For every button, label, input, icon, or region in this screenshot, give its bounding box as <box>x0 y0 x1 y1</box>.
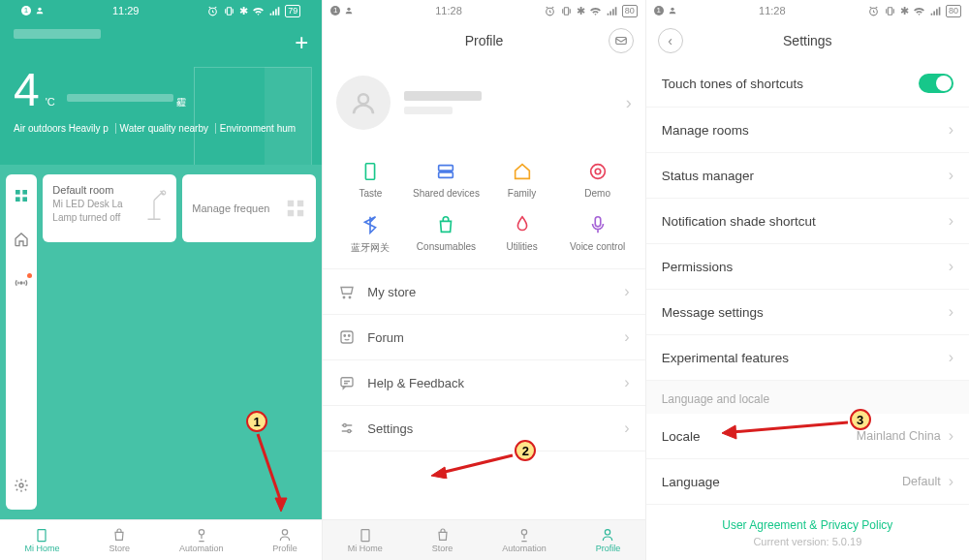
signal-rail-icon[interactable] <box>14 275 29 294</box>
svg-rect-13 <box>38 530 46 542</box>
weather-water: Water quality nearby <box>115 123 212 134</box>
person-icon <box>344 6 354 16</box>
svg-point-33 <box>344 424 347 427</box>
shortcut-taste[interactable]: Taste <box>332 161 408 199</box>
weather-air: Air outdoors Heavily p <box>14 123 112 134</box>
avatar <box>336 76 391 130</box>
menu-help-feedback[interactable]: Help & Feedback› <box>323 360 644 406</box>
profile-shortcuts-grid: Taste Shared devices Family Demo 蓝牙网关 Co… <box>323 153 644 269</box>
nav-profile[interactable]: Profile <box>272 527 297 553</box>
toggle-on-icon[interactable] <box>919 74 953 93</box>
row-experimental[interactable]: Experimental features › <box>646 335 969 381</box>
svg-point-40 <box>671 8 673 11</box>
svg-point-15 <box>282 530 287 535</box>
sliders-icon <box>338 420 356 437</box>
shortcut-label: Utilities <box>506 241 537 252</box>
back-button[interactable]: ‹ <box>658 28 683 53</box>
grid-view-icon[interactable] <box>14 188 29 206</box>
menu-forum[interactable]: Forum› <box>323 315 644 360</box>
row-status-manager[interactable]: Status manager › <box>646 153 969 199</box>
settings-header: ‹ Settings <box>646 21 969 60</box>
smiley-icon <box>338 328 356 346</box>
shortcut-consumables[interactable]: Consumables <box>408 214 484 255</box>
menu-settings[interactable]: Settings› <box>323 406 644 451</box>
row-message-settings[interactable]: Message settings › <box>646 290 969 335</box>
menu-label: Help & Feedback <box>367 376 464 390</box>
manage-frequent-card[interactable]: Manage frequen <box>182 174 316 242</box>
chevron-right-icon: › <box>624 283 629 300</box>
status-time: 11:28 <box>435 5 462 16</box>
menu-my-store[interactable]: My store› <box>323 269 644 315</box>
shortcut-label: 蓝牙网关 <box>351 241 390 255</box>
svg-rect-20 <box>564 7 568 15</box>
nav-label: Store <box>109 544 130 553</box>
shortcut-bluetooth-gateway[interactable]: 蓝牙网关 <box>332 214 408 255</box>
nav-automation[interactable]: Automation <box>502 527 547 553</box>
svg-point-22 <box>359 94 368 104</box>
row-permissions[interactable]: Permissions › <box>646 244 969 290</box>
alarm-icon <box>544 5 556 17</box>
svg-rect-32 <box>341 378 353 387</box>
shortcut-shared-devices[interactable]: Shared devices <box>408 161 484 199</box>
status-bar: 1 11:28 ✱ 80 <box>646 0 969 21</box>
nav-store[interactable]: Store <box>109 527 130 553</box>
chevron-right-icon: › <box>949 167 953 184</box>
svg-rect-24 <box>439 166 453 171</box>
signal-icon <box>606 5 618 17</box>
row-notification-shade[interactable]: Notification shade shortcut › <box>646 199 969 244</box>
svg-point-37 <box>606 530 610 535</box>
wifi-icon <box>589 5 602 17</box>
wifi-icon <box>252 5 265 17</box>
svg-rect-25 <box>439 172 453 178</box>
svg-rect-29 <box>341 331 353 343</box>
card-title: Manage frequen <box>192 202 269 214</box>
shortcut-voice-control[interactable]: Voice control <box>560 214 636 255</box>
svg-point-14 <box>199 530 203 535</box>
profile-info-redacted <box>404 91 482 114</box>
person-icon <box>35 6 45 16</box>
screen-profile: 1 11:28 ✱ 80 Profile › Taste <box>323 0 645 560</box>
nav-mi-home[interactable]: Mi Home <box>24 527 59 553</box>
svg-point-26 <box>590 165 605 179</box>
nav-automation[interactable]: Automation <box>179 527 224 553</box>
signal-icon <box>268 5 281 17</box>
nav-label: Mi Home <box>348 544 383 553</box>
device-card-lamp[interactable]: Default room Mi LED Desk La Lamp turned … <box>43 174 176 242</box>
row-language[interactable]: Language Default › <box>646 459 969 505</box>
row-locale[interactable]: Locale Mainland China › <box>646 414 969 459</box>
page-title: Settings <box>783 33 832 48</box>
footer-agreement-link[interactable]: User Agreement & Privacy Policy <box>646 505 969 532</box>
grid-icon <box>285 198 306 219</box>
status-bar: 1 11:29 ✱ 79 <box>14 0 308 21</box>
add-device-icon[interactable]: + <box>295 29 308 56</box>
chevron-right-icon: › <box>624 374 629 391</box>
nav-mi-home[interactable]: Mi Home <box>348 527 383 553</box>
row-value: Mainland China <box>857 429 941 443</box>
svg-rect-6 <box>22 197 27 202</box>
profile-account-row[interactable]: › <box>323 60 644 153</box>
svg-rect-5 <box>16 197 20 202</box>
gear-icon[interactable] <box>14 478 29 496</box>
sim-indicator-icon: 1 <box>21 6 31 16</box>
home-icon[interactable] <box>14 232 29 250</box>
nav-label: Automation <box>502 544 547 553</box>
shortcut-family[interactable]: Family <box>484 161 559 199</box>
nav-label: Automation <box>179 544 224 553</box>
chevron-right-icon: › <box>949 121 953 139</box>
shortcut-label: Shared devices <box>413 188 480 199</box>
shortcut-demo[interactable]: Demo <box>560 161 636 199</box>
card-device-status: Lamp turned off <box>52 212 122 223</box>
row-touch-tones[interactable]: Touch tones of shortcuts <box>646 60 969 108</box>
row-label: Notification shade shortcut <box>662 214 816 229</box>
row-manage-rooms[interactable]: Manage rooms › <box>646 108 969 153</box>
shortcut-label: Family <box>508 188 536 199</box>
nav-profile[interactable]: Profile <box>596 527 621 553</box>
chevron-right-icon: › <box>624 328 629 346</box>
nav-store[interactable]: Store <box>432 527 453 553</box>
messages-icon[interactable] <box>609 28 634 53</box>
chevron-right-icon: › <box>949 473 953 490</box>
svg-marker-39 <box>431 467 447 479</box>
status-bar: 1 11:28 ✱ 80 <box>323 0 644 21</box>
shortcut-utilities[interactable]: Utilities <box>484 214 559 255</box>
chevron-right-icon: › <box>626 93 632 113</box>
